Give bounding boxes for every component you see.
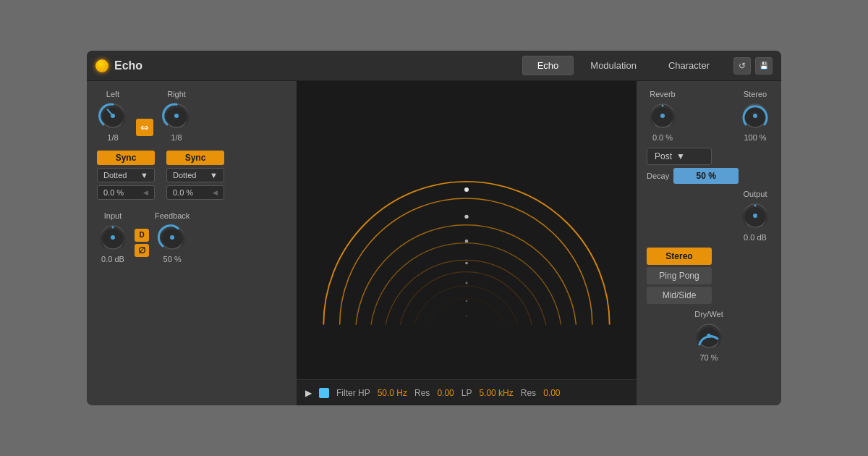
res1-value: 0.00	[437, 388, 454, 398]
right-offset-value: 0.0 % ◀	[166, 185, 224, 200]
input-knob-group: Input 0.0 dB	[97, 211, 129, 263]
plugin-name: Echo	[114, 59, 142, 72]
svg-point-1	[111, 114, 115, 118]
right-dotted-dropdown[interactable]: Dotted ▼	[166, 168, 224, 182]
res2-value: 0.00	[543, 388, 560, 398]
play-button[interactable]: ▶	[305, 388, 312, 398]
res1-label: Res	[414, 388, 430, 398]
drywet-knob-group: Dry/Wet 70 %	[647, 310, 771, 362]
left-knob-group: Left 1/8	[97, 90, 129, 142]
power-led[interactable]	[95, 59, 109, 72]
right-sync-button[interactable]: Sync	[166, 151, 224, 165]
feedback-value: 50 %	[163, 255, 182, 263]
drywet-knob[interactable]	[693, 320, 725, 352]
right-panel: Reverb 0.0 % Stereo	[637, 81, 781, 405]
post-dropdown[interactable]: Post ▼	[647, 148, 712, 165]
plugin-window: Echo Echo Modulation Character ↺ 💾 Left	[87, 51, 781, 405]
mode-buttons: Stereo Ping Pong Mid/Side	[647, 248, 771, 304]
link-button-container: ⇔	[136, 106, 153, 136]
decay-row: Decay 50 %	[647, 168, 771, 184]
stereo-right-label: Stereo	[744, 90, 767, 98]
refresh-button[interactable]: ↺	[733, 57, 751, 75]
reverb-label: Reverb	[650, 90, 675, 98]
center-panel: ▶ Filter HP 50.0 Hz Res 0.00 LP 5.00 kHz…	[297, 81, 637, 405]
output-knob[interactable]	[739, 200, 771, 232]
output-row: Output 0.0 dB	[647, 190, 771, 242]
reverb-controls: Post ▼ Decay 50 %	[647, 148, 771, 184]
decay-label: Decay	[647, 172, 669, 180]
svg-point-9	[464, 187, 469, 192]
midside-mode-button[interactable]: Mid/Side	[647, 287, 712, 304]
header-icons: ↺ 💾	[733, 57, 773, 75]
stereo-right-knob-group: Stereo 100 %	[739, 90, 771, 142]
left-knob-label: Left	[106, 90, 119, 98]
link-button[interactable]: ⇔	[136, 119, 153, 136]
tab-modulation[interactable]: Modulation	[575, 56, 652, 75]
right-knob-label: Right	[167, 90, 186, 98]
tab-character[interactable]: Character	[653, 56, 725, 75]
reverb-value: 0.0 %	[652, 133, 673, 142]
left-delay-knob[interactable]	[97, 100, 129, 132]
pingpong-mode-button[interactable]: Ping Pong	[647, 267, 712, 284]
reverb-stereo-row: Reverb 0.0 % Stereo	[647, 90, 771, 142]
feedback-label: Feedback	[155, 211, 190, 220]
svg-point-10	[464, 215, 468, 219]
svg-point-3	[174, 114, 179, 118]
d-phase-buttons: D ∅	[135, 229, 149, 257]
plugin-header: Echo Echo Modulation Character ↺ 💾	[87, 51, 781, 81]
stereo-value: 100 %	[744, 133, 766, 142]
input-knob[interactable]	[97, 221, 129, 253]
input-feedback-row: Input 0.0 dB D ∅	[97, 211, 286, 263]
left-offset-value: 0.0 % ◀	[97, 185, 155, 200]
main-content: Left 1/8 ⇔	[87, 81, 781, 405]
svg-point-14	[466, 300, 468, 302]
right-knob-value: 1/8	[171, 133, 182, 142]
left-dotted-dropdown[interactable]: Dotted ▼	[97, 168, 155, 182]
svg-point-13	[466, 282, 468, 284]
hp-value: 50.0 Hz	[378, 388, 407, 398]
output-label: Output	[743, 190, 767, 198]
svg-point-7	[170, 235, 174, 240]
output-knob-group: Output 0.0 dB	[739, 190, 771, 242]
phase-button[interactable]: ∅	[135, 244, 149, 257]
svg-point-12	[465, 262, 468, 265]
post-chevron-icon: ▼	[676, 151, 685, 161]
title-area: Echo	[95, 59, 522, 72]
right-delay-knob[interactable]	[161, 100, 192, 132]
left-decrement-icon[interactable]: ◀	[143, 189, 148, 196]
filter-led[interactable]	[319, 388, 329, 398]
svg-point-5	[111, 235, 115, 240]
left-knob-value: 1/8	[107, 133, 118, 142]
filter-bar: ▶ Filter HP 50.0 Hz Res 0.00 LP 5.00 kHz…	[297, 379, 637, 405]
right-sync-group: Sync Dotted ▼ 0.0 % ◀	[166, 151, 224, 200]
svg-point-11	[465, 240, 468, 242]
feedback-knob-group: Feedback 50 %	[155, 211, 190, 263]
svg-point-19	[753, 114, 757, 118]
decay-value[interactable]: 50 %	[673, 168, 739, 184]
d-button[interactable]: D	[135, 229, 149, 242]
drywet-label: Dry/Wet	[694, 310, 723, 318]
filter-hp-label: Filter HP	[336, 388, 370, 398]
right-decrement-icon[interactable]: ◀	[213, 189, 218, 196]
output-value: 0.0 dB	[744, 233, 767, 242]
reverb-knob-group: Reverb 0.0 %	[647, 90, 678, 142]
link-icon: ⇔	[140, 122, 149, 133]
tab-bar: Echo Modulation Character	[522, 56, 725, 75]
tab-echo[interactable]: Echo	[522, 56, 574, 75]
right-knob-group: Right 1/8	[161, 90, 192, 142]
sync-row: Sync Dotted ▼ 0.0 % ◀ Sync Dotted ▼	[97, 151, 286, 200]
stereo-knob[interactable]	[739, 100, 771, 132]
stereo-mode-button[interactable]: Stereo	[647, 248, 712, 265]
chevron-down-icon-2: ▼	[210, 171, 218, 180]
reverb-knob[interactable]	[647, 100, 678, 132]
echo-visualizer[interactable]	[297, 81, 637, 379]
svg-point-15	[466, 316, 467, 317]
drywet-value: 70 %	[699, 353, 718, 362]
left-sync-button[interactable]: Sync	[97, 151, 155, 165]
feedback-knob[interactable]	[156, 221, 188, 253]
save-button[interactable]: 💾	[755, 57, 773, 75]
left-sync-group: Sync Dotted ▼ 0.0 % ◀	[97, 151, 155, 200]
chevron-down-icon: ▼	[140, 171, 148, 180]
svg-point-17	[660, 114, 665, 118]
input-value: 0.0 dB	[101, 255, 124, 263]
